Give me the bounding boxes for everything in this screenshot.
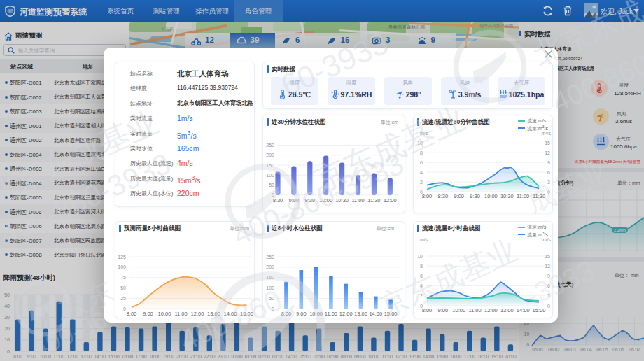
- svg-text:15: 15: [545, 141, 550, 146]
- svg-text:10:30: 10:30: [500, 193, 514, 199]
- svg-text:10: 10: [417, 141, 423, 146]
- svg-text:8:30: 8:30: [438, 193, 449, 199]
- svg-text:11:00: 11:00: [174, 311, 187, 317]
- svg-text:14:00: 14:00: [517, 307, 530, 313]
- svg-text:6: 6: [547, 283, 550, 288]
- svg-text:3: 3: [547, 293, 550, 298]
- svg-text:4: 4: [420, 283, 423, 288]
- svg-text:150: 150: [266, 163, 274, 168]
- svg-text:12: 12: [545, 264, 550, 269]
- svg-text:200: 200: [266, 264, 274, 269]
- svg-text:6: 6: [420, 160, 423, 165]
- svg-text:15:00: 15:00: [240, 311, 253, 317]
- svg-text:m/s: m/s: [420, 237, 428, 242]
- svg-text:75: 75: [120, 275, 126, 280]
- svg-text:100: 100: [118, 264, 126, 269]
- svg-text:10:00: 10:00: [484, 193, 498, 199]
- svg-text:100: 100: [266, 285, 274, 290]
- svg-text:10: 10: [417, 254, 423, 259]
- svg-text:3: 3: [547, 180, 550, 185]
- svg-text:25: 25: [120, 296, 126, 301]
- svg-text:6: 6: [420, 274, 423, 278]
- svg-text:9:30: 9:30: [304, 197, 315, 204]
- svg-text:9:30: 9:30: [470, 193, 480, 199]
- svg-text:0: 0: [123, 306, 126, 311]
- svg-text:11:00: 11:00: [351, 197, 364, 204]
- svg-text:150: 150: [266, 275, 274, 280]
- svg-text:9:00: 9:00: [438, 307, 449, 313]
- svg-text:250: 250: [266, 255, 274, 260]
- svg-text:15:00: 15:00: [384, 311, 398, 317]
- svg-text:4: 4: [420, 170, 423, 175]
- svg-text:11:30: 11:30: [533, 193, 545, 199]
- svg-text:8:00: 8:00: [422, 193, 433, 199]
- svg-text:11:00: 11:00: [468, 307, 481, 313]
- svg-text:13:00: 13:00: [354, 311, 368, 317]
- svg-text:10:00: 10:00: [452, 307, 465, 313]
- svg-text:15:00: 15:00: [533, 307, 546, 313]
- svg-text:50: 50: [269, 296, 274, 301]
- svg-text:6: 6: [547, 170, 550, 175]
- svg-text:50: 50: [120, 285, 126, 290]
- svg-text:13:00: 13:00: [207, 311, 220, 317]
- svg-text:0: 0: [272, 306, 274, 311]
- svg-text:9: 9: [547, 274, 550, 278]
- svg-text:0: 0: [547, 190, 550, 194]
- svg-text:14:00: 14:00: [369, 311, 382, 317]
- svg-text:9:00: 9:00: [143, 311, 153, 317]
- svg-text:50: 50: [269, 183, 274, 187]
- svg-text:8:00: 8:00: [281, 311, 292, 317]
- svg-text:9: 9: [547, 160, 550, 165]
- svg-text:10:00: 10:00: [309, 311, 323, 317]
- svg-text:11:00: 11:00: [325, 311, 337, 317]
- svg-text:0: 0: [547, 304, 550, 309]
- svg-text:12:00: 12:00: [384, 197, 397, 204]
- svg-text:14:00: 14:00: [224, 311, 237, 317]
- svg-text:8:00: 8:00: [127, 311, 137, 317]
- svg-text:2: 2: [420, 293, 423, 298]
- svg-text:12:00: 12:00: [191, 311, 204, 317]
- svg-text:2: 2: [420, 180, 423, 185]
- svg-text:9:00: 9:00: [289, 197, 300, 204]
- svg-text:12: 12: [545, 150, 550, 155]
- svg-text:125: 125: [118, 255, 126, 260]
- svg-text:12:00: 12:00: [484, 307, 498, 313]
- svg-text:9:00: 9:00: [296, 311, 307, 317]
- svg-text:12:00: 12:00: [340, 311, 353, 317]
- svg-text:11:00: 11:00: [517, 193, 529, 199]
- svg-text:10:00: 10:00: [158, 311, 172, 317]
- svg-text:200: 200: [266, 153, 274, 157]
- svg-text:8:00: 8:00: [422, 307, 433, 313]
- svg-text:11:30: 11:30: [368, 197, 380, 204]
- svg-text:8: 8: [420, 150, 423, 155]
- svg-text:10:00: 10:00: [319, 197, 332, 204]
- svg-text:13:00: 13:00: [500, 307, 514, 313]
- svg-text:8: 8: [420, 264, 423, 269]
- svg-text:15: 15: [545, 254, 550, 259]
- svg-text:m/s: m/s: [420, 131, 428, 136]
- svg-text:100: 100: [266, 173, 274, 178]
- svg-text:250: 250: [266, 143, 274, 148]
- svg-text:9:00: 9:00: [454, 193, 464, 199]
- svg-text:10:30: 10:30: [335, 197, 349, 204]
- svg-text:8:30: 8:30: [273, 197, 284, 204]
